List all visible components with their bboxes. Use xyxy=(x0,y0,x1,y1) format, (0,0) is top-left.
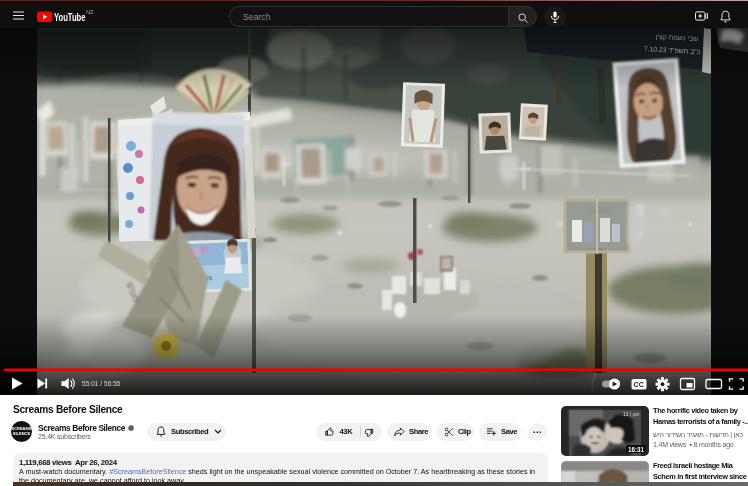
svg-text:CC: CC xyxy=(634,381,644,388)
svg-text:YouTube: YouTube xyxy=(54,11,86,22)
svg-text:55:01 / 56:55: 55:01 / 56:55 xyxy=(82,379,121,388)
svg-text:כאן | 11: כאן | 11 xyxy=(623,411,640,417)
